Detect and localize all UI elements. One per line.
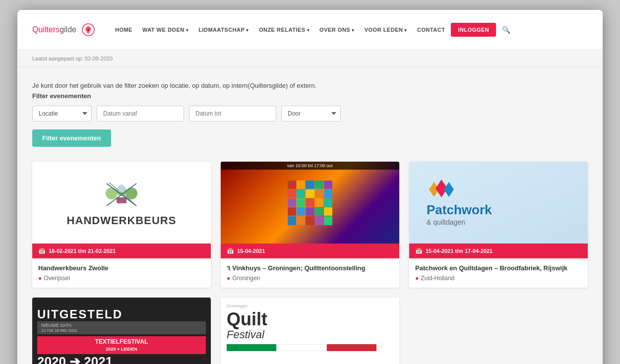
- logo-quilters: Quilters: [32, 25, 60, 34]
- patchwork-diamonds: [427, 180, 456, 199]
- filter-title: Filter evenementen: [32, 92, 588, 100]
- main-content: Je kunt door het gebruik van de filter z…: [17, 67, 603, 364]
- location-pin-2: ●: [227, 275, 230, 282]
- event-card-2-body: 't Vinkhuys – Groningen; Quilttentoonste…: [221, 258, 399, 288]
- logo-text: Quiltersgilde: [32, 25, 76, 34]
- logo-icon: [80, 22, 96, 38]
- event-card-2-image: van 10:00 tot 17:00 uur: [221, 162, 399, 243]
- diamond-svg: [427, 180, 456, 199]
- nav-voor-leden[interactable]: VOOR LEDEN: [361, 24, 411, 36]
- qf-quilt-text: Quilt: [227, 310, 267, 328]
- nav-login-button[interactable]: INLOGGEN: [451, 23, 496, 37]
- event-card-1-title: Handwerkbeurs Zwolle: [38, 264, 205, 272]
- nav-home[interactable]: HOME: [111, 24, 136, 36]
- event-card-3[interactable]: Patchwork & quiltdagen 📅 15-04-2021 t/m …: [409, 162, 588, 288]
- event-card-3-date: 15-04-2021 t/m 17-04-2021: [426, 248, 493, 254]
- qf-flag: [227, 344, 376, 351]
- event-card-1-date: 18-02-2021 t/m 21-02-2021: [49, 248, 116, 254]
- event-card-2-title: 't Vinkhuys – Groningen; Quilttentoonste…: [227, 264, 393, 272]
- uitgesteld-label: UITGESTELD: [37, 307, 206, 321]
- filter-description: Je kunt door het gebruik van de filter z…: [32, 82, 588, 89]
- filter-row: Locatie Door: [32, 106, 588, 121]
- event-card-2-location-text: Groningen: [232, 275, 260, 282]
- event-card-1-location-text: Overijssel: [44, 275, 70, 282]
- event-card-1-image: HANDWERKBEURS: [32, 162, 211, 243]
- event-card-1-location: ● Overijssel: [38, 275, 205, 282]
- svg-rect-9: [117, 197, 126, 203]
- nav-links: HOME WAT WE DOEN LIDMAATSCHAP ONZE RELAT…: [111, 23, 588, 37]
- qf-city-label: Groningen: [227, 303, 393, 308]
- qf-festival-text: Festival: [227, 328, 264, 341]
- arrow-year: 2020 ➔ 2021: [37, 354, 206, 364]
- nav-contact[interactable]: CONTACT: [413, 24, 449, 36]
- textielfestival-box: TEXTIELFESTIVAL2020 × LEIDEN: [37, 336, 206, 354]
- nav-onze-relaties[interactable]: ONZE RELATIES: [255, 24, 313, 36]
- location-filter[interactable]: Locatie: [32, 106, 92, 121]
- event-card-2-date: 15-04-2021: [237, 248, 265, 254]
- event-card-1-body: Handwerkbeurs Zwolle ● Overijssel: [32, 258, 211, 288]
- svg-marker-12: [444, 182, 454, 197]
- event-card-3-location: ● Zuid-Holland: [415, 275, 582, 282]
- event-card-1[interactable]: HANDWERKBEURS 📅 18-02-2021 t/m 21-02-202…: [32, 162, 211, 288]
- nieuwe-data-box: NIEUWE DATA 13 T/M 16 MEI 2021: [37, 321, 206, 334]
- hwb-title: HANDWERKBEURS: [67, 214, 177, 227]
- hwb-svg: [102, 179, 141, 208]
- hwb-decorative: [102, 179, 141, 208]
- logo-area[interactable]: Quiltersgilde: [32, 22, 96, 38]
- uitgesteld-content: UITGESTELD NIEUWE DATA 13 T/M 16 MEI 202…: [37, 307, 206, 364]
- quilt-pattern: [288, 181, 332, 225]
- event-card-3-location-text: Zuid-Holland: [421, 275, 454, 282]
- event-card-2[interactable]: van 10:00 tot 17:00 uur: [221, 162, 399, 288]
- location-pin-3: ●: [415, 275, 419, 282]
- event-card-3-image: Patchwork & quiltdagen: [409, 162, 588, 243]
- calendar-icon-3: 📅: [415, 247, 423, 254]
- location-pin-1: ●: [38, 275, 42, 282]
- event-card-3-title: Patchwork en Quiltdagen – Broodfabriek, …: [415, 264, 582, 272]
- filter-button[interactable]: Filter evenementen: [32, 129, 111, 147]
- patchwork-title: Patchwork: [427, 203, 492, 216]
- navbar: Quiltersgilde HOME WAT WE DOEN LIDMAATSC…: [17, 10, 603, 50]
- events-grid: HANDWERKBEURS 📅 18-02-2021 t/m 21-02-202…: [32, 162, 588, 364]
- event-card-2-date-bar: 📅 15-04-2021: [221, 243, 399, 258]
- browser-window: Quiltersgilde HOME WAT WE DOEN LIDMAATSC…: [17, 10, 603, 364]
- search-icon[interactable]: 🔍: [502, 26, 510, 34]
- nav-over-ons[interactable]: OVER ONS: [315, 24, 359, 36]
- subheader: Laatst aangepast op: 02-09-2020: [17, 50, 603, 67]
- event-card-5[interactable]: Groningen Quilt Festival 📅 11 – 12 en 13…: [221, 298, 399, 364]
- logo-gilde: gilde: [60, 25, 76, 34]
- event-card-4[interactable]: UITGESTELD NIEUWE DATA 13 T/M 16 MEI 202…: [32, 298, 211, 364]
- door-filter[interactable]: Door: [281, 106, 341, 121]
- svg-point-1: [87, 28, 90, 31]
- date-to-input[interactable]: [189, 106, 276, 121]
- event-card-3-body: Patchwork en Quiltdagen – Broodfabriek, …: [409, 258, 588, 288]
- nav-lidmaatschap[interactable]: LIDMAATSCHAP: [194, 24, 253, 36]
- patchwork-subtitle: & quiltdagen: [427, 218, 465, 226]
- event-card-2-location: ● Groningen: [227, 275, 393, 282]
- event-card-4-image: UITGESTELD NIEUWE DATA 13 T/M 16 MEI 202…: [32, 298, 211, 364]
- svg-point-2: [106, 187, 118, 199]
- date-from-input[interactable]: [97, 106, 184, 121]
- svg-point-8: [118, 184, 125, 192]
- calendar-icon-2: 📅: [227, 247, 234, 254]
- vinkhuys-banner: van 10:00 tot 17:00 uur: [221, 162, 399, 170]
- event-card-5-image: Groningen Quilt Festival: [221, 298, 399, 364]
- event-card-1-date-bar: 📅 18-02-2021 t/m 21-02-2021: [32, 243, 211, 258]
- last-updated-text: Laatst aangepast op: 02-09-2020: [32, 56, 113, 61]
- calendar-icon-1: 📅: [38, 247, 46, 254]
- nav-wat-we-doen[interactable]: WAT WE DOEN: [138, 24, 192, 36]
- event-card-3-date-bar: 📅 15-04-2021 t/m 17-04-2021: [409, 243, 588, 258]
